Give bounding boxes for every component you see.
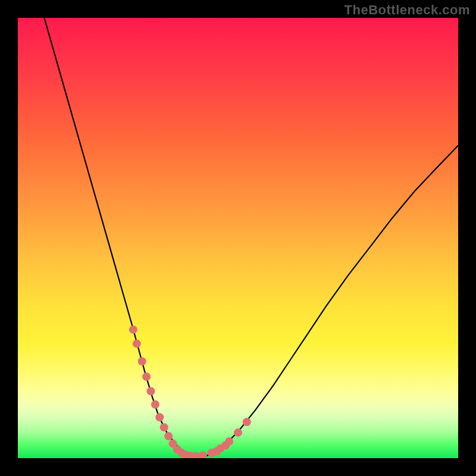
dot xyxy=(192,452,201,458)
dot xyxy=(147,387,155,396)
plot-area xyxy=(18,18,458,458)
dot xyxy=(138,357,146,365)
dot xyxy=(160,423,168,431)
dot xyxy=(133,340,141,348)
dot xyxy=(243,418,251,426)
dot xyxy=(213,447,221,455)
dot xyxy=(177,449,186,457)
dot xyxy=(169,440,177,448)
dot xyxy=(142,372,151,381)
chart-svg xyxy=(18,18,458,458)
dot xyxy=(234,428,242,437)
dot xyxy=(225,437,233,446)
dot xyxy=(151,400,159,409)
highlight-dots xyxy=(129,325,251,458)
dot xyxy=(182,451,190,458)
dot xyxy=(216,444,224,453)
dot xyxy=(164,432,173,440)
dot xyxy=(199,452,207,458)
dot xyxy=(155,413,164,421)
dot xyxy=(186,452,195,458)
watermark-text: TheBottleneck.com xyxy=(345,2,470,18)
dot xyxy=(173,445,181,453)
dot xyxy=(129,325,137,334)
dot xyxy=(208,449,216,457)
curve-line xyxy=(44,18,458,456)
dot xyxy=(221,441,230,450)
chart-frame: TheBottleneck.com xyxy=(0,0,476,476)
